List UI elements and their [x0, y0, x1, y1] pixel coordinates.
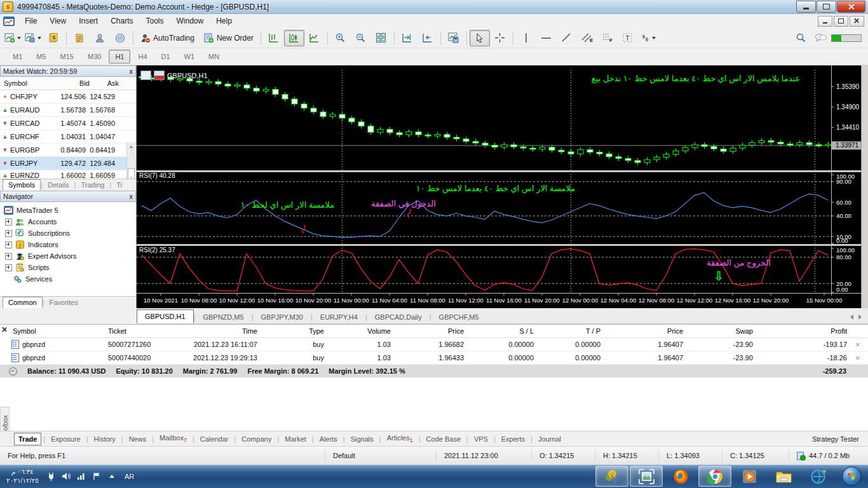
tab-trade[interactable]: Trade: [14, 433, 41, 445]
market-watch-toggle-button[interactable]: $: [43, 30, 64, 46]
zoom-in-button[interactable]: [330, 30, 351, 46]
symbol-row[interactable]: ▼EURGBP0.844090.84419: [0, 144, 136, 157]
chart-tab-gbpnzd[interactable]: GBPNZD,M5: [195, 311, 251, 323]
chart-shift-button[interactable]: [397, 30, 417, 46]
menu-charts[interactable]: Charts: [104, 15, 139, 27]
expand-icon[interactable]: [5, 264, 12, 271]
tab-calendar[interactable]: Calendar: [196, 433, 233, 445]
expand-icon[interactable]: [5, 219, 12, 226]
search-button[interactable]: [790, 30, 811, 46]
navigator-header[interactable]: Navigator x: [0, 191, 136, 202]
symbol-row[interactable]: ▼EURCAD1.450741.45090: [0, 117, 136, 130]
trendline-button[interactable]: [557, 30, 577, 46]
tabs-scroll-left-icon[interactable]: [850, 315, 853, 320]
network-icon[interactable]: [77, 471, 86, 481]
timeframe-m1[interactable]: M1: [6, 50, 29, 64]
positions-header-row[interactable]: Symbol Ticket Time Type Volume Price S /…: [9, 325, 868, 338]
tab-articles[interactable]: Articles1: [383, 432, 417, 445]
market-watch-column-header[interactable]: Symbol Bid Ask: [0, 77, 136, 90]
tab-mailbox[interactable]: Mailbox7: [156, 432, 191, 445]
chart-tab-gbpcad[interactable]: GBPCAD,Daily: [367, 311, 430, 323]
close-position-icon[interactable]: ✕: [851, 355, 865, 362]
tab-exposure[interactable]: Exposure: [47, 433, 84, 445]
tree-item-expert-advisors[interactable]: Expert Advisors: [4, 250, 136, 262]
new-order-button[interactable]: New Order: [199, 30, 258, 46]
taskbar-chrome-button[interactable]: [698, 466, 731, 487]
equidistant-channel-button[interactable]: E: [577, 30, 597, 46]
depth-of-market-icon[interactable]: [140, 71, 151, 80]
templates-button[interactable]: [444, 30, 464, 46]
tab-favorites[interactable]: Favorites: [44, 297, 83, 308]
status-profile[interactable]: Default: [325, 450, 437, 461]
fibonacci-button[interactable]: F: [597, 30, 618, 46]
navigator-toggle-button[interactable]: [90, 30, 110, 46]
expand-icon[interactable]: [5, 230, 12, 237]
chart-tab-gbpjpy[interactable]: GBPJPY,M30: [253, 311, 310, 323]
menu-view[interactable]: View: [43, 15, 72, 27]
tree-item-scripts[interactable]: Scripts: [4, 262, 136, 273]
strategy-tester-label[interactable]: Strategy Tester: [812, 435, 859, 443]
cursor-button[interactable]: [470, 30, 490, 46]
menu-tools[interactable]: Tools: [140, 15, 170, 27]
tab-experts[interactable]: Experts: [498, 433, 529, 445]
tree-item-indicators[interactable]: fIndicators: [4, 239, 136, 250]
symbol-row[interactable]: ▲EURAUD1.567381.56768: [0, 104, 136, 117]
symbol-row[interactable]: ▲EURCHF1.040311.04047: [0, 130, 136, 144]
child-restore-button[interactable]: [834, 16, 848, 27]
menu-insert[interactable]: Insert: [72, 15, 104, 27]
taskbar-photo-viewer-button[interactable]: [630, 466, 663, 487]
position-row[interactable]: gbpnzd 50007271260 2021.12.23 16:11:07 b…: [9, 338, 868, 351]
timeframe-m5[interactable]: M5: [30, 50, 52, 64]
tab-alerts[interactable]: Alerts: [316, 433, 341, 445]
panel-close-icon[interactable]: x: [129, 193, 133, 200]
market-watch-header[interactable]: Market Watch: 20:59:59 x: [0, 65, 136, 77]
tab-market[interactable]: Market: [281, 433, 310, 445]
tab-trading[interactable]: Trading: [76, 180, 110, 190]
child-minimize-button[interactable]: [818, 16, 832, 27]
tab-details[interactable]: Details: [43, 180, 74, 190]
taskbar-explorer-button[interactable]: [767, 466, 800, 487]
close-button[interactable]: [837, 1, 865, 13]
new-chart-button[interactable]: [3, 30, 23, 46]
chart-scrollbar[interactable]: [861, 65, 868, 308]
taskbar-metatrader-button[interactable]: 5: [595, 466, 628, 487]
line-chart-button[interactable]: [304, 30, 325, 46]
candlestick-chart-button[interactable]: [284, 30, 304, 46]
bar-chart-button[interactable]: [264, 30, 284, 46]
tree-item-subscriptions[interactable]: Subscriptions: [4, 227, 136, 239]
community-button[interactable]: [811, 30, 831, 46]
timeframe-m30[interactable]: M30: [81, 50, 107, 64]
tab-vps[interactable]: VPS: [470, 433, 492, 445]
timeframe-h4[interactable]: H4: [132, 50, 153, 64]
symbol-row-selected[interactable]: ▼EURJPY129.472129.484: [0, 157, 136, 170]
column-symbol[interactable]: Symbol: [0, 79, 60, 87]
tab-signals[interactable]: Signals: [347, 433, 377, 445]
timeframe-d1[interactable]: D1: [155, 50, 177, 64]
expand-icon[interactable]: [5, 253, 12, 260]
menu-file[interactable]: File: [18, 15, 43, 27]
title-bar[interactable]: 5 4999470845 - MetaQuotes-Demo: Demo Acc…: [0, 0, 868, 14]
toolbox-close-button[interactable]: [1, 327, 8, 334]
panel-close-icon[interactable]: x: [129, 68, 133, 75]
symbol-row[interactable]: ●CHFJPY124.506124.529: [0, 90, 136, 104]
tab-journal[interactable]: Journal: [534, 433, 565, 445]
timeframe-h1[interactable]: H1: [109, 50, 130, 64]
chart-tab-gbpchf[interactable]: GBPCHF,M5: [431, 311, 487, 323]
tab-codebase[interactable]: Code Base: [423, 433, 465, 445]
tree-item-accounts[interactable]: Accounts: [4, 216, 136, 227]
show-hidden-icons-button[interactable]: [107, 471, 117, 481]
crosshair-button[interactable]: [490, 30, 510, 46]
close-position-icon[interactable]: ✕: [851, 341, 865, 348]
action-center-flag-icon[interactable]: [92, 471, 102, 481]
toolbox-toggle-button[interactable]: [110, 30, 130, 46]
collapse-icon[interactable]: [9, 367, 17, 376]
timeframe-mn[interactable]: MN: [202, 50, 226, 64]
language-indicator[interactable]: AR: [125, 473, 134, 480]
horizontal-line-button[interactable]: [536, 30, 557, 46]
column-bid[interactable]: Bid: [60, 79, 90, 87]
tab-company[interactable]: Company: [238, 433, 275, 445]
taskbar-clock[interactable]: ٠٦:٣٤ م ٢٠٢١/١٢/٢٥: [6, 468, 39, 485]
tabs-scroll-right-icon[interactable]: [858, 315, 862, 320]
volume-icon[interactable]: [62, 471, 71, 481]
power-icon[interactable]: [46, 471, 56, 481]
